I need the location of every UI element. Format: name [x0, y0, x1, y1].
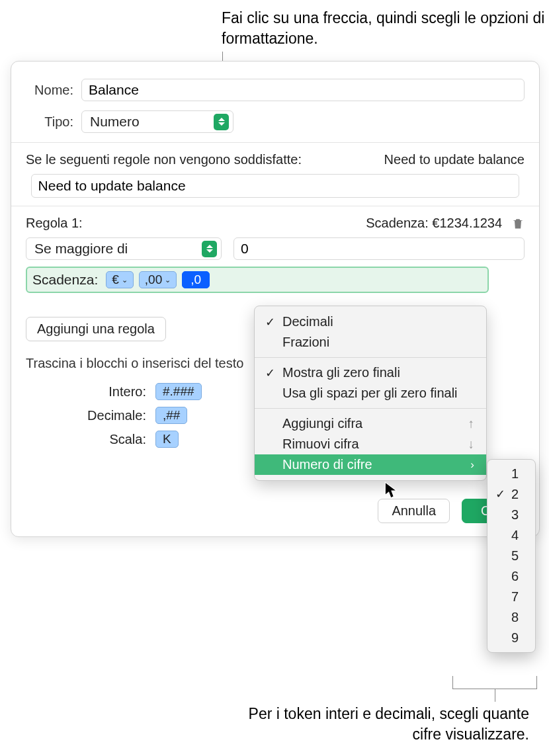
rules-intro-input[interactable]: [31, 174, 520, 198]
menu-item-show-trailing-zeros[interactable]: Mostra gli zero finali: [255, 362, 486, 383]
format-label: Scadenza:: [32, 272, 98, 288]
callout-top-text: Fai clic su una freccia, quindi scegli l…: [222, 8, 549, 49]
up-arrow-icon: ↑: [468, 417, 475, 431]
currency-token[interactable]: € ⌄: [106, 271, 134, 288]
menu-item-digit-count[interactable]: Numero di cifre ›: [255, 454, 486, 475]
name-input[interactable]: [81, 79, 525, 101]
intero-token[interactable]: #.###: [155, 383, 202, 400]
trash-icon[interactable]: [511, 216, 525, 231]
rules-intro-text: Se le seguenti regole non vengono soddis…: [26, 152, 302, 167]
scala-label: Scala:: [67, 432, 146, 447]
type-label: Tipo:: [26, 114, 81, 130]
submenu-item-1[interactable]: 1: [487, 464, 535, 484]
chevron-down-icon: ⌄: [122, 276, 128, 284]
menu-item-use-spaces[interactable]: Usa gli spazi per gli zero finali: [255, 383, 486, 403]
menu-item-frazioni[interactable]: Frazioni: [255, 332, 486, 353]
chevron-right-icon: ›: [470, 458, 474, 472]
type-select[interactable]: Numero: [81, 110, 233, 133]
name-label: Nome:: [26, 83, 81, 98]
decimale-label: Decimale:: [67, 408, 146, 423]
menu-item-decimali[interactable]: Decimali: [255, 312, 486, 332]
stepper-icon: [214, 114, 229, 130]
submenu-item-2[interactable]: 2: [487, 484, 535, 505]
rule1-preview: Scadenza: €1234.1234: [366, 216, 502, 231]
submenu-item-9[interactable]: 9: [487, 628, 535, 648]
chevron-down-icon: ⌄: [165, 276, 171, 284]
submenu-item-5[interactable]: 5: [487, 546, 535, 566]
selected-token[interactable]: ,0: [182, 271, 210, 288]
submenu-item-7[interactable]: 7: [487, 587, 535, 607]
submenu-item-4[interactable]: 4: [487, 525, 535, 546]
type-select-value: Numero: [90, 114, 142, 130]
rules-intro-preview: Need to update balance: [384, 152, 525, 167]
condition-value-input[interactable]: [233, 237, 525, 260]
menu-item-add-digit[interactable]: Aggiungi cifra ↑: [255, 413, 486, 434]
submenu-item-6[interactable]: 6: [487, 566, 535, 587]
submenu-item-3[interactable]: 3: [487, 505, 535, 525]
currency-token-text: €: [112, 273, 119, 287]
condition-select[interactable]: Se maggiore di: [26, 237, 222, 260]
scala-token[interactable]: K: [155, 431, 179, 448]
callout-bottom-bracket: [452, 676, 537, 689]
submenu-item-8[interactable]: 8: [487, 607, 535, 628]
callout-bottom-text: Per i token interi e decimali, scegli qu…: [218, 704, 529, 745]
menu-item-remove-digit[interactable]: Rimuovi cifra ↓: [255, 434, 486, 454]
decimal-sep-token[interactable]: ,00 ⌄: [139, 271, 177, 288]
rule1-label: Regola 1:: [26, 216, 83, 231]
stepper-icon: [202, 241, 217, 257]
add-rule-button[interactable]: Aggiungi una regola: [26, 317, 166, 341]
condition-select-value: Se maggiore di: [34, 241, 130, 257]
cursor-icon: [384, 482, 399, 503]
decimale-token[interactable]: ,##: [155, 407, 187, 424]
decimal-sep-token-text: ,00: [145, 273, 162, 287]
digit-count-submenu: 1 2 3 4 5 6 7 8 9: [487, 459, 536, 653]
format-row[interactable]: Scadenza: € ⌄ ,00 ⌄ ,0: [26, 267, 489, 293]
format-context-menu: Decimali Frazioni Mostra gli zero finali…: [254, 306, 487, 481]
down-arrow-icon: ↓: [468, 437, 475, 452]
intero-label: Intero:: [67, 384, 146, 399]
